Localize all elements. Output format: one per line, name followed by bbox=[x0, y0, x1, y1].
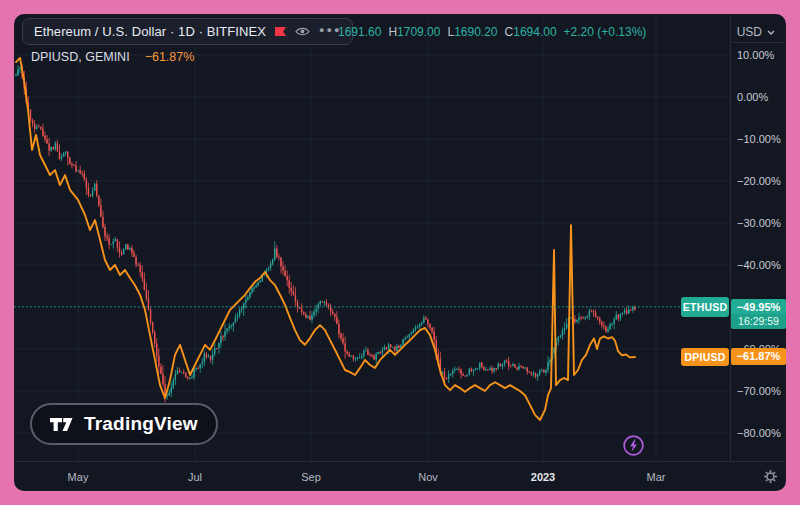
ohlc-close-label: C bbox=[505, 25, 514, 39]
price-scale-label: −10.00% bbox=[737, 133, 781, 145]
ethusd-series-label[interactable]: ETHUSD bbox=[681, 297, 729, 317]
ohlc-open: 1691.60 bbox=[338, 25, 381, 39]
symbol-title: Ethereum / U.S. Dollar · 1D · BITFINEX bbox=[34, 24, 266, 39]
currency-selector[interactable]: USD bbox=[737, 22, 775, 42]
currency-label: USD bbox=[737, 25, 762, 39]
grid-lines bbox=[14, 14, 730, 461]
price-scale-label: −20.00% bbox=[737, 175, 781, 187]
compare-symbol[interactable]: DPIUSD, GEMINI bbox=[31, 50, 130, 64]
compare-change: −61.87% bbox=[145, 50, 195, 64]
time-scale-label: May bbox=[68, 471, 89, 483]
eye-icon[interactable] bbox=[295, 26, 310, 37]
price-scale-label: −40.00% bbox=[737, 259, 781, 271]
tradingview-logo-text: TradingView bbox=[84, 413, 198, 435]
tradingview-logo[interactable]: TradingView bbox=[30, 403, 218, 445]
price-scale-label: −80.00% bbox=[737, 427, 781, 439]
time-scale-label: Mar bbox=[647, 471, 666, 483]
ohlc-close: 1694.00 bbox=[513, 25, 556, 39]
symbol-pill[interactable]: Ethereum / U.S. Dollar · 1D · BITFINEX ●… bbox=[22, 18, 353, 45]
ohlc-low: 1690.20 bbox=[454, 25, 497, 39]
tradingview-glyph-icon bbox=[50, 417, 75, 432]
price-scale-label: −70.00% bbox=[737, 385, 781, 397]
ethusd-series-label-text: ETHUSD bbox=[683, 301, 727, 313]
dpiusd-price-badge: −61.87% bbox=[731, 348, 786, 365]
price-scale-label: −30.00% bbox=[737, 217, 781, 229]
time-scale-label: Nov bbox=[418, 471, 438, 483]
ohlc-values: 1691.60 H1709.00 L1690.20 C1694.00 +2.20… bbox=[338, 25, 646, 39]
flag-icon[interactable] bbox=[275, 27, 286, 36]
price-scale-label: 0.00% bbox=[737, 91, 768, 103]
dpiusd-series-label-text: DPIUSD bbox=[685, 351, 726, 363]
compare-legend[interactable]: DPIUSD, GEMINI −61.87% bbox=[31, 50, 194, 64]
time-scale-label: 2023 bbox=[531, 471, 555, 483]
ohlc-high: 1709.00 bbox=[397, 25, 440, 39]
ethusd-countdown: 16:29:59 bbox=[731, 314, 786, 329]
chevron-down-icon bbox=[767, 30, 775, 35]
price-scale-label: 10.00% bbox=[737, 49, 774, 61]
lightning-icon bbox=[622, 434, 645, 457]
price-scale[interactable]: 10.00%0.00%−10.00%−20.00%−30.00%−40.00%−… bbox=[731, 14, 786, 461]
time-scale[interactable]: MayJulSepNov2023Mar bbox=[14, 462, 786, 491]
ohlc-high-label: H bbox=[388, 25, 397, 39]
gear-icon bbox=[763, 469, 778, 484]
dpiusd-series-label[interactable]: DPIUSD bbox=[681, 348, 729, 366]
ohlc-change: +2.20 (+0.13%) bbox=[564, 25, 647, 39]
scale-settings-gear-icon[interactable] bbox=[755, 462, 785, 491]
time-scale-label: Jul bbox=[188, 471, 202, 483]
lightning-mode-button[interactable] bbox=[622, 434, 645, 457]
ethusd-price-value: −49.95% bbox=[731, 299, 786, 314]
chart-panel: Ethereum / U.S. Dollar · 1D · BITFINEX ●… bbox=[14, 14, 786, 491]
time-scale-label: Sep bbox=[301, 471, 321, 483]
ethusd-price-badge: −49.95% 16:29:59 bbox=[731, 299, 786, 329]
